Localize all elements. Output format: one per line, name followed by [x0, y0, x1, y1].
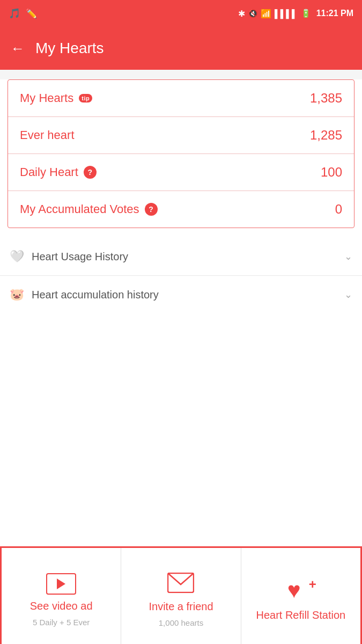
invite-friend-button[interactable]: Invite a friend 1,000 hearts — [121, 548, 241, 644]
bluetooth-icon: ✱ — [238, 9, 245, 19]
my-hearts-value: 1,385 — [310, 91, 342, 106]
pencil-icon: ✏️ — [26, 8, 37, 19]
play-triangle — [57, 579, 65, 589]
status-bar: 🎵 ✏️ ✱ 🔇 📶 ▌▌▌▌ 🔋 11:21 PM — [0, 0, 362, 27]
hearts-card: My Hearts tip 1,385 Ever heart 1,285 Dai… — [8, 79, 354, 228]
tip-badge: tip — [79, 94, 92, 103]
wifi-icon: 📶 — [261, 9, 271, 19]
my-hearts-label: My Hearts tip — [20, 91, 92, 105]
chevron-down-icon: ⌄ — [344, 251, 352, 262]
invite-friend-sublabel: 1,000 hearts — [159, 618, 203, 627]
bottom-action-bar: See video ad 5 Daily + 5 Ever Invite a f… — [0, 546, 362, 644]
heart-accumulation-history-label: Heart accumulation history — [32, 289, 159, 301]
envelope-icon-wrapper — [167, 573, 194, 595]
heart-refill-button[interactable]: ♥ + Heart Refill Station — [241, 548, 360, 644]
video-ad-label: See video ad — [30, 600, 93, 612]
video-icon — [46, 573, 76, 595]
accumulated-votes-question-icon: ? — [145, 203, 158, 216]
page-title: My Hearts — [35, 40, 104, 57]
ever-heart-label: Ever heart — [20, 128, 75, 142]
heart-outline-icon: 🤍 — [10, 250, 24, 264]
mute-icon: 🔇 — [248, 9, 257, 18]
invite-friend-label: Invite a friend — [149, 601, 213, 613]
status-time: 11:21 PM — [316, 9, 353, 18]
top-nav: ← My Hearts — [0, 27, 362, 70]
heart-usage-history-left: 🤍 Heart Usage History — [10, 250, 128, 264]
accumulated-votes-label: My Accumulated Votes ? — [20, 202, 158, 216]
signal-icon: ▌▌▌▌ — [275, 9, 298, 18]
battery-icon: 🔋 — [301, 9, 311, 18]
heart-usage-history-label: Heart Usage History — [32, 251, 128, 263]
heart-plus-icon-wrapper: ♥ + — [287, 579, 314, 604]
ever-heart-row: Ever heart 1,285 — [8, 117, 354, 154]
envelope-svg-icon — [167, 573, 194, 593]
heart-accumulation-left: 🐷 Heart accumulation history — [10, 288, 159, 302]
plus-icon: + — [309, 578, 316, 591]
see-video-ad-button[interactable]: See video ad 5 Daily + 5 Ever — [2, 548, 121, 644]
piggy-bank-icon: 🐷 — [10, 288, 24, 302]
heart-refill-label: Heart Refill Station — [256, 609, 345, 621]
heart-usage-history-row[interactable]: 🤍 Heart Usage History ⌄ — [0, 238, 362, 276]
app-icon: 🎵 — [9, 8, 20, 19]
daily-heart-value: 100 — [321, 165, 342, 180]
my-hearts-text: My Hearts — [20, 91, 73, 105]
status-left-icons: 🎵 ✏️ — [9, 8, 37, 19]
chevron-down-2-icon: ⌄ — [344, 289, 352, 301]
back-button[interactable]: ← — [11, 40, 25, 57]
accumulated-votes-text: My Accumulated Votes — [20, 202, 139, 216]
heart-accumulation-history-row[interactable]: 🐷 Heart accumulation history ⌄ — [0, 276, 362, 313]
ever-heart-value: 1,285 — [310, 128, 342, 143]
ever-heart-text: Ever heart — [20, 128, 75, 142]
my-hearts-row: My Hearts tip 1,385 — [8, 80, 354, 117]
daily-heart-label: Daily Heart ? — [20, 165, 97, 179]
daily-heart-text: Daily Heart — [20, 165, 78, 179]
accumulated-votes-row: My Accumulated Votes ? 0 — [8, 191, 354, 228]
daily-heart-question-icon: ? — [84, 166, 97, 179]
accumulated-votes-value: 0 — [335, 202, 342, 217]
main-content: My Hearts tip 1,385 Ever heart 1,285 Dai… — [0, 79, 362, 644]
daily-heart-row: Daily Heart ? 100 — [8, 154, 354, 191]
heart-icon: ♥ — [287, 577, 301, 603]
status-right-icons: ✱ 🔇 📶 ▌▌▌▌ 🔋 11:21 PM — [238, 9, 353, 19]
video-ad-sublabel: 5 Daily + 5 Ever — [33, 618, 90, 627]
